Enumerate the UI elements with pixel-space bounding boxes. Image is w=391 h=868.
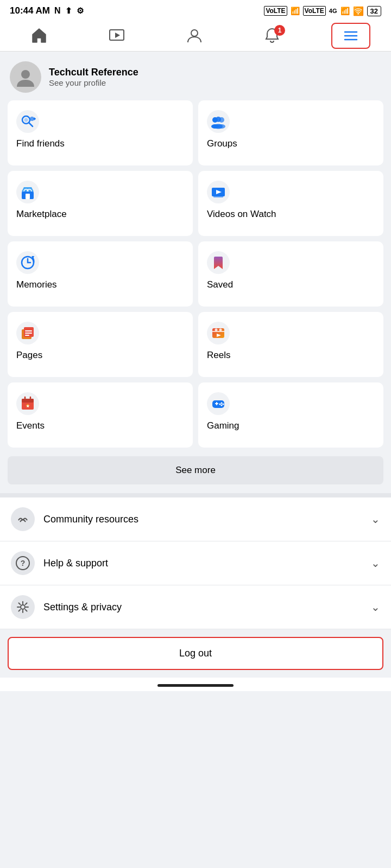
- memories-label: Memories: [16, 279, 57, 290]
- svg-point-59: [221, 405, 223, 406]
- grid-item-saved[interactable]: Saved: [198, 241, 383, 307]
- events-label: Events: [16, 420, 45, 431]
- help-support-item[interactable]: ? Help & support ⌄: [0, 541, 391, 585]
- svg-point-2: [191, 30, 198, 36]
- 4g-icon: 4G: [329, 8, 337, 14]
- pages-label: Pages: [16, 350, 42, 361]
- svg-rect-47: [22, 399, 34, 403]
- see-more-button[interactable]: See more: [8, 456, 383, 484]
- settings-privacy-chevron: ⌄: [371, 601, 380, 614]
- svg-marker-1: [115, 33, 120, 38]
- gaming-icon: [207, 392, 230, 415]
- saved-label: Saved: [207, 279, 233, 290]
- nav-bar: 1: [0, 20, 391, 52]
- profile-info: Techcult Reference See your profile: [49, 67, 138, 87]
- avatar: [10, 61, 41, 93]
- help-support-icon: ?: [11, 551, 35, 575]
- events-icon: ★: [16, 392, 39, 415]
- settings-privacy-label: Settings & privacy: [43, 602, 362, 613]
- help-support-label: Help & support: [43, 558, 362, 569]
- status-left: 10:44 AM N ⬆ ⚙: [10, 5, 84, 16]
- grid-item-videos-on-watch[interactable]: Videos on Watch: [198, 171, 383, 236]
- settings-privacy-item[interactable]: Settings & privacy ⌄: [0, 585, 391, 629]
- groups-icon: [207, 110, 230, 133]
- svg-point-7: [21, 70, 30, 79]
- status-right: VoLTE 📶 VoLTE 4G 📶 🛜 32: [264, 6, 381, 16]
- reels-icon: [207, 322, 230, 344]
- upload-icon: ⬆: [65, 6, 72, 16]
- svg-rect-27: [213, 196, 223, 197]
- nav-watch[interactable]: [98, 24, 135, 48]
- wifi-icon: 🛜: [353, 6, 364, 16]
- find-friends-icon: [16, 110, 39, 133]
- community-resources-icon: [11, 507, 35, 531]
- home-indicator: [0, 678, 391, 691]
- svg-point-60: [219, 404, 221, 405]
- community-resources-chevron: ⌄: [371, 513, 380, 526]
- battery-icon: 32: [367, 6, 381, 16]
- svg-point-18: [216, 117, 221, 122]
- community-resources-item[interactable]: Community resources ⌄: [0, 497, 391, 541]
- marketplace-label: Marketplace: [16, 209, 67, 220]
- grid-item-memories[interactable]: Memories: [8, 241, 193, 307]
- home-bar: [157, 684, 234, 687]
- videos-on-watch-icon: [207, 181, 230, 203]
- settings-privacy-icon: [11, 595, 35, 619]
- settings-status-icon: ⚙: [77, 6, 84, 16]
- signal-icon: 📶: [291, 7, 300, 15]
- divider-1: [0, 493, 391, 497]
- nav-menu[interactable]: [331, 23, 370, 49]
- notification-badge: 1: [274, 25, 285, 36]
- svg-point-21: [214, 124, 223, 129]
- volte-icon: VoLTE: [264, 6, 287, 16]
- grid-item-reels[interactable]: Reels: [198, 312, 383, 377]
- memories-icon: [16, 251, 39, 274]
- svg-text:?: ?: [21, 559, 26, 567]
- nav-notifications[interactable]: 1: [254, 24, 291, 48]
- gaming-label: Gaming: [207, 420, 239, 431]
- grid-container: Find friends Groups: [0, 100, 391, 453]
- marketplace-icon: [16, 181, 39, 203]
- svg-point-57: [221, 403, 223, 404]
- signal2-icon: 📶: [340, 7, 350, 15]
- reels-label: Reels: [207, 350, 230, 361]
- svg-rect-56: [216, 402, 217, 405]
- svg-text:★: ★: [26, 404, 30, 408]
- volte2-icon: VoLTE: [303, 6, 326, 16]
- svg-point-43: [219, 329, 222, 331]
- groups-label: Groups: [207, 138, 237, 149]
- profile-name: Techcult Reference: [49, 67, 138, 78]
- status-bar: 10:44 AM N ⬆ ⚙ VoLTE 📶 VoLTE 4G 📶 🛜 32: [0, 0, 391, 20]
- status-time: 10:44 AM: [10, 5, 50, 16]
- grid-item-marketplace[interactable]: Marketplace: [8, 171, 193, 236]
- svg-point-42: [215, 329, 218, 331]
- logout-button[interactable]: Log out: [8, 637, 383, 670]
- help-support-chevron: ⌄: [371, 557, 380, 570]
- find-friends-label: Find friends: [16, 138, 65, 149]
- svg-rect-40: [212, 328, 224, 338]
- grid-item-pages[interactable]: Pages: [8, 312, 193, 377]
- nav-home[interactable]: [21, 24, 58, 48]
- videos-on-watch-label: Videos on Watch: [207, 209, 276, 220]
- svg-rect-24: [26, 194, 30, 199]
- grid-item-events[interactable]: ★ Events: [8, 382, 193, 448]
- community-resources-label: Community resources: [43, 514, 362, 525]
- profile-sub: See your profile: [49, 78, 138, 87]
- svg-point-58: [223, 404, 224, 405]
- profile-header[interactable]: Techcult Reference See your profile: [0, 52, 391, 100]
- svg-point-8: [16, 110, 39, 133]
- saved-icon: [207, 251, 230, 274]
- svg-point-11: [24, 118, 28, 122]
- grid-item-find-friends[interactable]: Find friends: [8, 100, 193, 165]
- grid-item-gaming[interactable]: Gaming: [198, 382, 383, 448]
- netflix-icon: N: [54, 6, 61, 16]
- nav-profile[interactable]: [176, 24, 213, 48]
- grid-item-groups[interactable]: Groups: [198, 100, 383, 165]
- pages-icon: [16, 322, 39, 344]
